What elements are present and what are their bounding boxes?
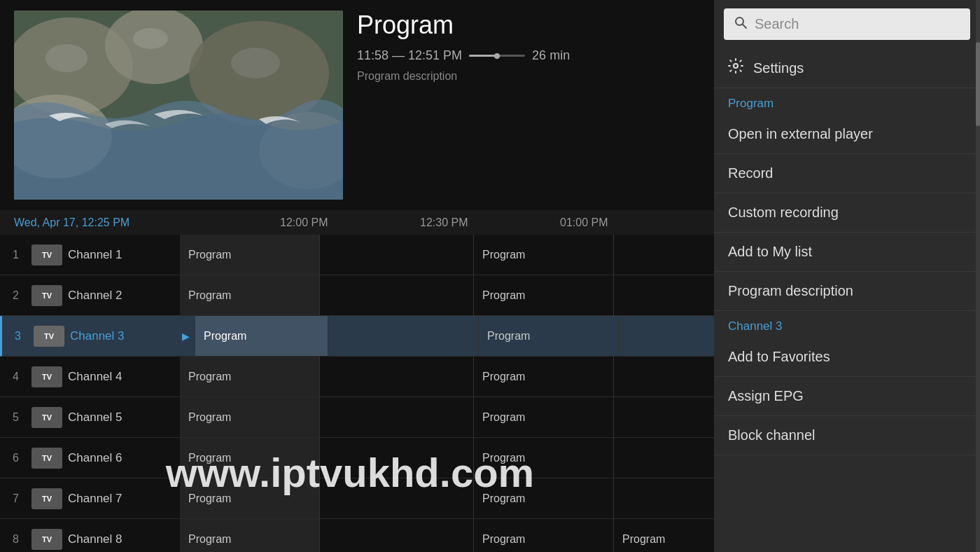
main-content: Program 11:58 — 12:51 PM 26 min Program … (0, 0, 714, 552)
program-title: Program (357, 11, 700, 40)
channel-name-3: Channel 3 (70, 329, 182, 343)
program-cell[interactable]: Program (474, 478, 614, 518)
epg-row-3[interactable]: 3 TV Channel 3 ▶ Program Program (0, 316, 714, 357)
program-cell[interactable]: Program (180, 438, 320, 478)
row-num-8: 8 (0, 533, 31, 546)
program-cell[interactable] (320, 519, 474, 552)
program-cell[interactable]: Program (474, 235, 614, 275)
epg-programs-1: Program Program (180, 235, 714, 275)
program-cell[interactable]: Program (180, 519, 320, 552)
program-cell[interactable]: Program (180, 235, 320, 275)
program-cell[interactable] (320, 235, 474, 275)
record-item[interactable]: Record (714, 154, 980, 193)
program-section-label: Program (714, 88, 980, 115)
time-slots: 12:00 PM 12:30 PM 01:00 PM (273, 216, 714, 229)
block-channel-item[interactable]: Block channel (714, 416, 980, 455)
progress-fill (469, 55, 497, 57)
epg-row-7[interactable]: 7 TV Channel 7 Program Program (0, 478, 714, 519)
svg-point-11 (734, 64, 738, 68)
search-bar[interactable]: Search (724, 8, 970, 40)
epg-row-8[interactable]: 8 TV Channel 8 Program Program Program (0, 519, 714, 552)
program-cell[interactable] (320, 397, 474, 437)
row-num-4: 4 (0, 371, 31, 383)
channel-name-8: Channel 8 (68, 532, 180, 546)
program-cell[interactable]: Program (180, 397, 320, 437)
program-time: 11:58 — 12:51 PM 26 min (357, 48, 700, 63)
program-cell[interactable] (320, 478, 474, 518)
program-cell[interactable] (320, 275, 474, 315)
svg-point-8 (231, 48, 280, 78)
row-num-6: 6 (0, 452, 31, 464)
channel-icon-8: TV (31, 529, 62, 550)
context-menu: Search Settings Program Open in external… (714, 0, 980, 552)
play-icon: ▶ (182, 331, 190, 342)
custom-recording-item[interactable]: Custom recording (714, 193, 980, 233)
time-range: 11:58 — 12:51 PM (357, 48, 462, 63)
time-slot-3: 01:00 PM (560, 216, 700, 229)
channel-name-5: Channel 5 (68, 410, 180, 425)
channel-name-6: Channel 6 (68, 451, 180, 465)
program-cell[interactable]: Program (180, 478, 320, 518)
progress-bar (469, 55, 525, 57)
epg-row-5[interactable]: 5 TV Channel 5 Program Program (0, 397, 714, 438)
epg-row-4[interactable]: 4 TV Channel 4 Program Program (0, 357, 714, 397)
row-num-3: 3 (2, 330, 34, 343)
program-cell[interactable] (320, 438, 474, 478)
program-cell[interactable]: Program (474, 275, 614, 315)
program-cell[interactable]: Program (479, 316, 619, 356)
open-external-player-item[interactable]: Open in external player (714, 115, 980, 154)
channel-name-7: Channel 7 (68, 492, 180, 506)
program-cell[interactable]: Program (195, 316, 328, 356)
search-icon (734, 15, 748, 33)
row-num-7: 7 (0, 492, 31, 505)
program-cell[interactable] (328, 316, 479, 356)
channel-name-2: Channel 2 (68, 289, 180, 303)
channel-icon-7: TV (31, 488, 62, 509)
program-cell[interactable]: Program (474, 438, 614, 478)
program-cell[interactable]: Program (180, 275, 320, 315)
program-description-item[interactable]: Program description (714, 272, 980, 311)
time-slot-1: 12:00 PM (280, 216, 420, 229)
add-to-my-list-item[interactable]: Add to My list (714, 233, 980, 272)
channel-icon-5: TV (31, 407, 62, 428)
program-info: Program 11:58 — 12:51 PM 26 min Program … (357, 11, 700, 83)
time-slot-2: 12:30 PM (420, 216, 560, 229)
duration: 26 min (532, 48, 570, 63)
epg-row-2[interactable]: 2 TV Channel 2 Program Program (0, 275, 714, 316)
row-num-1: 1 (0, 249, 31, 261)
epg-programs-8: Program Program Program (180, 519, 714, 552)
add-to-favorites-item[interactable]: Add to Favorites (714, 338, 980, 377)
svg-point-6 (46, 44, 88, 72)
epg-row-6[interactable]: 6 TV Channel 6 Program Program (0, 438, 714, 478)
video-preview[interactable] (14, 11, 343, 200)
channel-icon-1: TV (31, 244, 62, 265)
channel-icon-6: TV (31, 448, 62, 469)
settings-item[interactable]: Settings (714, 48, 980, 88)
program-cell[interactable]: Program (614, 519, 714, 552)
svg-point-7 (133, 28, 168, 49)
assign-epg-item[interactable]: Assign EPG (714, 377, 980, 416)
epg-programs-4: Program Program (180, 357, 714, 396)
epg-programs-2: Program Program (180, 275, 714, 315)
epg-programs-5: Program Program (180, 397, 714, 437)
program-cell[interactable]: Program (474, 519, 614, 552)
channel-icon-4: TV (31, 366, 62, 387)
program-cell[interactable]: Program (474, 357, 614, 396)
datetime-bar: Wed, Apr 17, 12:25 PM 12:00 PM 12:30 PM … (0, 210, 714, 235)
progress-dot (494, 53, 500, 59)
channel-section-label: Channel 3 (714, 311, 980, 338)
row-num-5: 5 (0, 411, 31, 424)
program-cell[interactable]: Program (180, 357, 320, 396)
epg-grid: 1 TV Channel 1 Program Program 2 TV Chan… (0, 235, 714, 552)
epg-row-1[interactable]: 1 TV Channel 1 Program Program (0, 235, 714, 275)
settings-label: Settings (753, 60, 804, 76)
channel-name-1: Channel 1 (68, 248, 180, 262)
epg-programs-3: Program Program (195, 316, 714, 356)
current-datetime: Wed, Apr 17, 12:25 PM (0, 216, 273, 229)
epg-programs-6: Program Program (180, 438, 714, 478)
program-cell[interactable]: Program (474, 397, 614, 437)
scrollbar-thumb[interactable] (976, 42, 980, 126)
program-cell[interactable] (320, 357, 474, 396)
scrollbar-track[interactable] (976, 0, 980, 552)
channel-icon-2: TV (31, 285, 62, 306)
